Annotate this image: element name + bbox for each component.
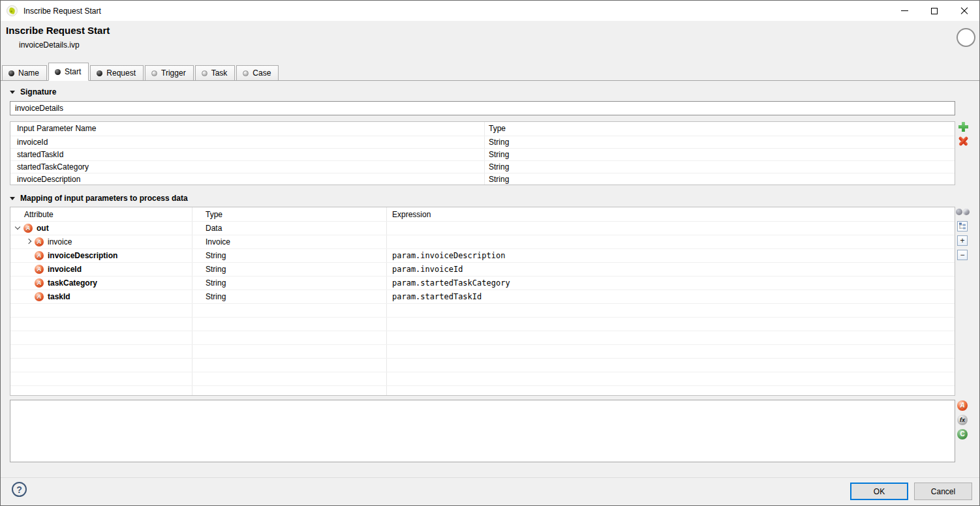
expression-cell xyxy=(386,331,955,344)
page-title: Inscribe Request Start xyxy=(6,25,110,36)
expression-cell[interactable] xyxy=(386,222,955,235)
expression-cell[interactable]: param.startedTaskId xyxy=(386,290,955,303)
attribute-icon: A xyxy=(35,237,44,246)
signature-section-label: Signature xyxy=(20,87,56,97)
attribute-cell: Aout xyxy=(10,222,192,235)
close-button[interactable] xyxy=(949,1,979,21)
parameter-row-invoiceId[interactable]: invoiceIdString xyxy=(10,136,955,148)
expression-cell[interactable]: param.startedTaskCategory xyxy=(386,276,955,290)
input-parameters-table[interactable]: Input Parameter NameType invoiceIdString… xyxy=(10,121,955,185)
remove-parameter-icon[interactable] xyxy=(958,136,968,146)
parameters-rows: invoiceIdStringstartedTaskIdStringstarte… xyxy=(10,136,955,185)
mapping-empty-row[interactable] xyxy=(10,372,955,386)
parameter-type: String xyxy=(484,161,955,173)
cms-browser-icon[interactable]: C xyxy=(957,429,968,439)
maximize-button[interactable] xyxy=(919,1,949,21)
type-cell xyxy=(192,318,386,331)
attribute-cell xyxy=(10,304,192,317)
minimize-button[interactable] xyxy=(889,1,919,21)
attribute-cell: AinvoiceDescription xyxy=(10,249,192,262)
mapping-row-invoiceId[interactable]: AinvoiceIdStringparam.invoiceId xyxy=(10,263,955,276)
tab-request[interactable]: Request xyxy=(90,65,144,80)
tab-trigger[interactable]: Trigger xyxy=(145,65,194,80)
ok-button[interactable]: OK xyxy=(850,483,908,500)
title-bar: Inscribe Request Start xyxy=(1,1,979,21)
mapping-empty-row[interactable] xyxy=(10,304,955,318)
mapping-row-invoice[interactable]: AinvoiceInvoice xyxy=(10,235,955,249)
attribute-cell xyxy=(10,318,192,331)
mapping-section-header[interactable]: Mapping of input parameters to process d… xyxy=(10,193,188,203)
help-icon[interactable]: ? xyxy=(12,482,27,497)
footer-bar: ? OK Cancel xyxy=(1,477,979,505)
type-cell xyxy=(192,331,386,344)
parameter-type: String xyxy=(484,173,955,185)
tab-case[interactable]: Case xyxy=(236,65,279,80)
attribute-browser-icon[interactable]: A xyxy=(957,400,968,411)
column-header[interactable]: Type xyxy=(484,122,955,136)
tab-label: Trigger xyxy=(161,68,186,78)
signature-name-input[interactable] xyxy=(10,101,955,115)
window-controls xyxy=(889,1,979,21)
parameter-row-startedTaskCategory[interactable]: startedTaskCategoryString xyxy=(10,160,955,173)
mapping-empty-row[interactable] xyxy=(10,318,955,331)
mapping-rows: AoutDataAinvoiceInvoiceAinvoiceDescripti… xyxy=(10,222,955,396)
parameter-row-startedTaskId[interactable]: startedTaskIdString xyxy=(10,148,955,160)
function-browser-icon[interactable]: fx xyxy=(957,415,968,425)
parameter-row-invoiceDescription[interactable]: invoiceDescriptionString xyxy=(10,173,955,185)
mapping-row-invoiceDescription[interactable]: AinvoiceDescriptionStringparam.invoiceDe… xyxy=(10,249,955,263)
tab-task[interactable]: Task xyxy=(195,65,236,80)
mapping-section-label: Mapping of input parameters to process d… xyxy=(20,194,188,203)
page-subtitle: invoiceDetails.ivp xyxy=(19,40,80,50)
mapping-table[interactable]: AttributeTypeExpression AoutDataAinvoice… xyxy=(10,207,955,396)
attribute-cell: Ainvoice xyxy=(10,235,192,248)
type-cell: Invoice xyxy=(192,235,386,248)
attribute-icon: A xyxy=(35,251,44,260)
tab-status-icon xyxy=(151,70,157,76)
mapping-row-taskCategory[interactable]: AtaskCategoryStringparam.startedTaskCate… xyxy=(10,276,955,290)
type-cell: String xyxy=(192,263,386,276)
attribute-cell: AtaskId xyxy=(10,290,192,303)
collapse-all-icon[interactable]: − xyxy=(957,250,968,260)
signature-section-header[interactable]: Signature xyxy=(10,87,56,97)
mapping-row-taskId[interactable]: AtaskIdStringparam.startedTaskId xyxy=(10,290,955,304)
expand-all-icon[interactable]: + xyxy=(957,235,968,246)
tab-label: Start xyxy=(65,67,81,76)
parameter-name: startedTaskId xyxy=(10,149,484,160)
expression-cell xyxy=(386,345,955,358)
expression-cell[interactable] xyxy=(386,235,955,248)
column-header[interactable]: Attribute xyxy=(10,207,192,221)
attribute-cell xyxy=(10,345,192,358)
expression-cell xyxy=(386,304,955,317)
mapping-empty-row[interactable] xyxy=(10,331,955,345)
maximize-icon xyxy=(931,8,938,14)
attribute-cell: AinvoiceId xyxy=(10,263,192,276)
tab-start[interactable]: Start xyxy=(48,63,89,81)
add-parameter-icon[interactable] xyxy=(958,122,968,132)
attribute-cell xyxy=(10,372,192,385)
mapping-empty-row[interactable] xyxy=(10,345,955,359)
tab-status-icon xyxy=(97,70,102,76)
type-cell xyxy=(192,304,386,317)
filter-binoculars-icon[interactable] xyxy=(956,207,970,216)
tab-name[interactable]: Name xyxy=(2,65,47,80)
tab-status-icon xyxy=(8,70,14,76)
parameters-header-row: Input Parameter NameType xyxy=(10,122,955,136)
type-cell: Data xyxy=(192,222,386,235)
expression-cell[interactable]: param.invoiceDescription xyxy=(386,249,955,262)
attribute-name: out xyxy=(10,222,192,235)
column-header[interactable]: Expression xyxy=(386,207,955,221)
mapping-empty-row[interactable] xyxy=(10,386,955,396)
expression-editor[interactable] xyxy=(10,400,955,462)
minimize-icon xyxy=(901,10,908,11)
tree-view-icon[interactable] xyxy=(957,221,968,231)
mapping-row-out[interactable]: AoutData xyxy=(10,222,955,235)
attribute-cell xyxy=(10,386,192,396)
cancel-button[interactable]: Cancel xyxy=(914,483,972,500)
column-header[interactable]: Type xyxy=(192,207,386,221)
mapping-empty-row[interactable] xyxy=(10,359,955,372)
expression-cell xyxy=(386,359,955,372)
type-cell: String xyxy=(192,290,386,303)
attribute-cell xyxy=(10,331,192,344)
column-header[interactable]: Input Parameter Name xyxy=(10,122,484,136)
expression-cell[interactable]: param.invoiceId xyxy=(386,263,955,276)
